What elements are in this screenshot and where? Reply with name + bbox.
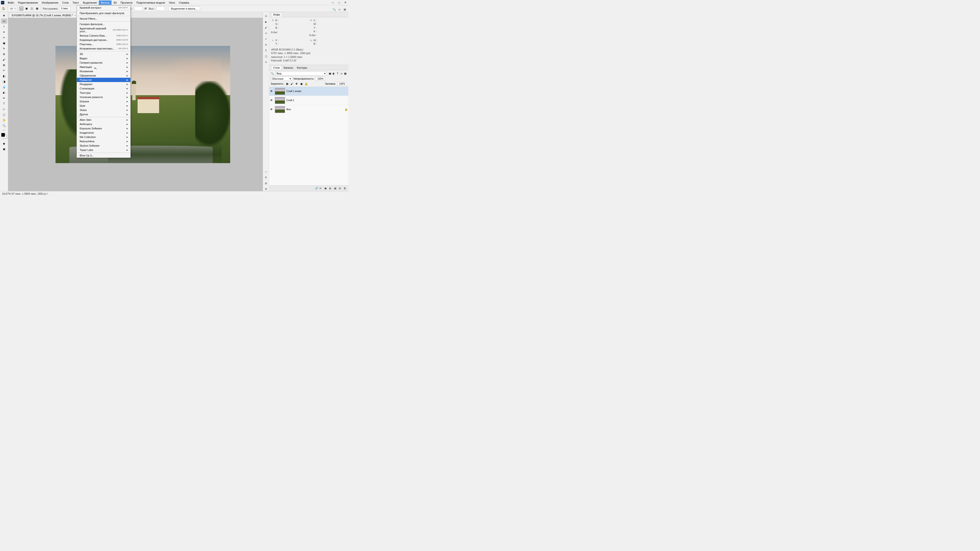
- timeline-panel-icon[interactable]: ⊙: [264, 60, 268, 64]
- menu-item-имитация[interactable]: Имитация▶: [77, 65, 130, 69]
- brush-tool[interactable]: 🖌: [1, 57, 7, 62]
- zoom-tool[interactable]: 🔍: [1, 123, 7, 128]
- visibility-icon[interactable]: 👁: [270, 90, 274, 93]
- home-icon[interactable]: 🏠: [2, 6, 6, 11]
- visibility-icon[interactable]: 👁: [270, 108, 274, 111]
- menu-просмотр[interactable]: Просмотр: [119, 0, 134, 5]
- lock-position-icon[interactable]: ✥: [295, 82, 298, 86]
- doc-tab-close-icon[interactable]: ×: [75, 14, 76, 17]
- menu-item-nik-collection[interactable]: Nik Collection▶: [77, 135, 130, 139]
- menu-редактирование[interactable]: Редактирование: [16, 0, 40, 5]
- minimize-button[interactable]: —: [330, 0, 336, 5]
- adjustments-panel-icon[interactable]: ☀: [264, 31, 268, 35]
- menu-item-skylum-software[interactable]: Skylum Software▶: [77, 143, 130, 148]
- paragraph-panel-icon[interactable]: ¶: [264, 48, 268, 52]
- fx-icon[interactable]: fx: [320, 187, 323, 190]
- swap-wh-icon[interactable]: ⇄: [143, 6, 148, 11]
- brush-panel-icon[interactable]: 🖌: [264, 25, 268, 30]
- layer-row[interactable]: 👁Фон🔒: [269, 105, 348, 114]
- menu-выделение[interactable]: Выделение: [81, 0, 99, 5]
- shape-tool[interactable]: ▢: [1, 112, 7, 117]
- menu-item-topaz-labs[interactable]: Topaz Labs▶: [77, 148, 130, 152]
- lasso-tool[interactable]: ⌇: [1, 24, 7, 29]
- group-icon[interactable]: ▣: [334, 187, 337, 190]
- adjustment-icon[interactable]: ◐: [329, 187, 332, 190]
- opacity-input[interactable]: [316, 77, 325, 81]
- actions-panel-icon[interactable]: ▶: [264, 20, 268, 24]
- menu-item-преобразовать-для-смарт-фильтров[interactable]: Преобразовать для смарт-фильтров: [77, 11, 130, 15]
- filter-kind-select[interactable]: Вид▾: [275, 71, 327, 76]
- layer-thumbnail[interactable]: [275, 97, 285, 104]
- filter-smart-icon[interactable]: ▦: [344, 72, 347, 75]
- menu-окно[interactable]: Окно: [167, 0, 177, 5]
- delete-layer-icon[interactable]: 🗑: [344, 187, 347, 190]
- eraser-tool[interactable]: ◧: [1, 73, 7, 79]
- new-selection-icon[interactable]: □: [19, 6, 24, 11]
- menu-item-размытие[interactable]: Размытие▶: [77, 78, 130, 82]
- screen-mode-icon[interactable]: ▭: [337, 7, 342, 11]
- move-tool[interactable]: ✥: [1, 13, 7, 18]
- feather-input[interactable]: [59, 6, 71, 11]
- info-tab[interactable]: Инфо: [271, 13, 282, 17]
- mask-icon[interactable]: ◼: [325, 187, 328, 190]
- filter-type-icon[interactable]: T: [336, 72, 339, 75]
- menu-item-imagenomic[interactable]: Imagenomic▶: [77, 130, 130, 135]
- menu-item-штрихи[interactable]: Штрихи▶: [77, 99, 130, 103]
- filter-kind-icon[interactable]: 🔍: [270, 72, 274, 75]
- layer-thumbnail[interactable]: [275, 88, 285, 95]
- character-panel-icon[interactable]: A: [264, 43, 268, 47]
- filter-adj-icon[interactable]: ◐: [332, 72, 336, 75]
- layer-row[interactable]: 👁Слой 1: [269, 96, 348, 105]
- add-selection-icon[interactable]: ▣: [24, 6, 29, 11]
- eyedropper-tool[interactable]: ✎: [1, 46, 7, 51]
- selection-mode-icon[interactable]: ▭: [10, 6, 14, 11]
- search-icon[interactable]: 🔍: [332, 7, 336, 11]
- menu-item-краевой-контраст[interactable]: Краевой контрастAlt+Ctrl+F: [77, 5, 130, 10]
- width-input[interactable]: [134, 6, 143, 11]
- doc-tab[interactable]: EVG08879.ARW @ 16,7% (Слой 1 копия, RGB/…: [9, 13, 78, 18]
- subtract-selection-icon[interactable]: ◫: [30, 6, 34, 11]
- maximize-button[interactable]: □: [336, 0, 342, 5]
- color-swatch[interactable]: [1, 133, 7, 139]
- fill-input[interactable]: [337, 82, 347, 86]
- layer-thumbnail[interactable]: [275, 106, 285, 113]
- menu-item-стилизация[interactable]: Стилизация▶: [77, 86, 130, 91]
- menu-подключаемые модули[interactable]: Подключаемые модули: [134, 0, 167, 5]
- menu-item-фильтр-camera-raw---[interactable]: Фильтр Camera Raw...Shift+Ctrl+A: [77, 33, 130, 38]
- new-layer-icon[interactable]: ⊞: [339, 187, 342, 190]
- channels-tab[interactable]: Каналы: [282, 66, 295, 70]
- dodge-tool[interactable]: ◐: [1, 90, 7, 95]
- menu-item-исправление-перспективы---[interactable]: Исправление перспективы...Alt+Ctrl+V: [77, 46, 130, 51]
- menu-изображение[interactable]: Изображение: [40, 0, 60, 5]
- edit-toolbar-icon[interactable]: •••: [1, 129, 7, 131]
- pen-tool[interactable]: ✒: [1, 95, 7, 101]
- quick-mask-icon[interactable]: ◉: [1, 141, 7, 146]
- clone-panel-icon[interactable]: ⊞: [264, 181, 268, 185]
- lock-pixels-icon[interactable]: 🖌: [290, 82, 294, 86]
- menu-item-рендеринг[interactable]: Рендеринг▶: [77, 82, 130, 86]
- blend-mode-select[interactable]: Обычные▾: [270, 76, 292, 81]
- type-tool[interactable]: T: [1, 101, 7, 106]
- menu-item-3d[interactable]: 3D▶: [77, 52, 130, 56]
- settings-panel-icon[interactable]: ⚙: [264, 187, 268, 191]
- filter-pixel-icon[interactable]: ▣: [328, 72, 332, 75]
- menu-item-искажение[interactable]: Искажение▶: [77, 69, 130, 73]
- hand-tool[interactable]: ✋: [1, 118, 7, 123]
- lock-all-icon[interactable]: 🔒: [305, 82, 308, 86]
- menu-item-адаптивный-широкий-угол---[interactable]: Адаптивный широкий угол...Alt+Shift+Ctrl…: [77, 26, 130, 33]
- intersect-selection-icon[interactable]: ▦: [35, 6, 39, 11]
- link-layers-icon[interactable]: 🔗: [315, 187, 318, 190]
- close-button[interactable]: ✕: [342, 0, 348, 5]
- menu-item-коррекция-дисторсии---[interactable]: Коррекция дисторсии...Shift+Ctrl+R: [77, 38, 130, 42]
- fg-color[interactable]: [1, 133, 5, 137]
- history-brush-tool[interactable]: ↶: [1, 68, 7, 73]
- menu-item-пластика---[interactable]: Пластика...Shift+Ctrl+X: [77, 42, 130, 46]
- menu-фильтр[interactable]: Фильтр: [99, 0, 111, 5]
- screen-mode-tool-icon[interactable]: ▣: [1, 146, 7, 152]
- menu-item-retouch4me[interactable]: Retouch4me▶: [77, 139, 130, 143]
- layer-row[interactable]: 👁Слой 1 копия: [269, 87, 348, 96]
- lock-artboard-icon[interactable]: ▣: [300, 82, 303, 86]
- blur-tool[interactable]: 💧: [1, 84, 7, 90]
- frame-tool[interactable]: ▣: [1, 40, 7, 46]
- menu-справка[interactable]: Справка: [177, 0, 191, 5]
